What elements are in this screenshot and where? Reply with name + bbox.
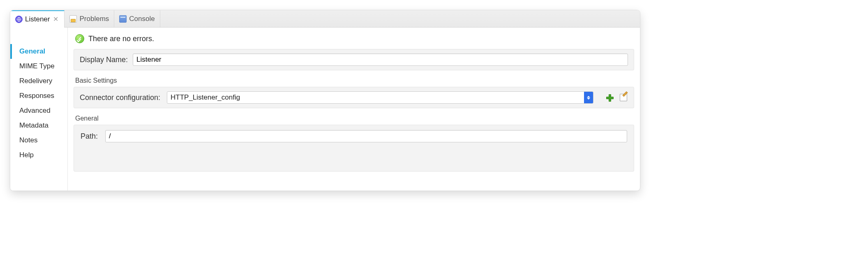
status-message: There are no errors. (88, 35, 154, 43)
listener-config-panel: Listener ✕ Problems Console General MIME… (10, 10, 640, 191)
chevron-updown-icon (584, 92, 593, 103)
sidebar-item-metadata[interactable]: Metadata (10, 118, 67, 133)
console-icon (119, 15, 127, 23)
status-row: There are no errors. (74, 31, 634, 49)
connector-config-value: HTTP_Listener_config (167, 92, 584, 103)
edit-icon (620, 94, 627, 101)
main-content: There are no errors. Display Name: Basic… (68, 28, 640, 191)
check-icon (75, 34, 84, 43)
globe-icon (15, 16, 23, 23)
add-connector-button[interactable] (605, 93, 614, 102)
tab-listener-label: Listener (25, 15, 50, 23)
sidebar-item-general[interactable]: General (10, 44, 67, 59)
connector-config-select[interactable]: HTTP_Listener_config (167, 91, 593, 104)
general-heading: General (74, 114, 634, 125)
tab-problems-label: Problems (79, 15, 109, 23)
path-input[interactable] (105, 130, 627, 142)
display-name-block: Display Name: (74, 49, 634, 70)
basic-settings-block: Connector configuration: HTTP_Listener_c… (74, 87, 634, 108)
connector-config-label: Connector configuration: (80, 93, 162, 102)
sidebar-item-advanced[interactable]: Advanced (10, 103, 67, 118)
sidebar-item-mime-type[interactable]: MIME Type (10, 59, 67, 74)
sidebar: General MIME Type Redelivery Responses A… (10, 28, 68, 191)
edit-connector-button[interactable] (619, 93, 628, 102)
sidebar-item-redelivery[interactable]: Redelivery (10, 74, 67, 88)
display-name-label: Display Name: (80, 56, 128, 64)
close-icon[interactable]: ✕ (52, 16, 59, 23)
sidebar-item-responses[interactable]: Responses (10, 88, 67, 103)
tab-problems[interactable]: Problems (65, 10, 114, 27)
basic-settings-heading: Basic Settings (74, 76, 634, 87)
editor-tabstrip: Listener ✕ Problems Console (10, 10, 640, 28)
plus-icon (606, 94, 613, 101)
display-name-input[interactable] (133, 53, 628, 66)
sidebar-item-notes[interactable]: Notes (10, 133, 67, 148)
tab-console[interactable]: Console (114, 10, 160, 27)
sidebar-item-help[interactable]: Help (10, 148, 67, 163)
general-block: Path: (74, 125, 634, 172)
path-label: Path: (81, 132, 100, 141)
tab-listener[interactable]: Listener ✕ (10, 10, 65, 27)
problems-icon (69, 15, 77, 23)
tab-console-label: Console (129, 15, 155, 23)
